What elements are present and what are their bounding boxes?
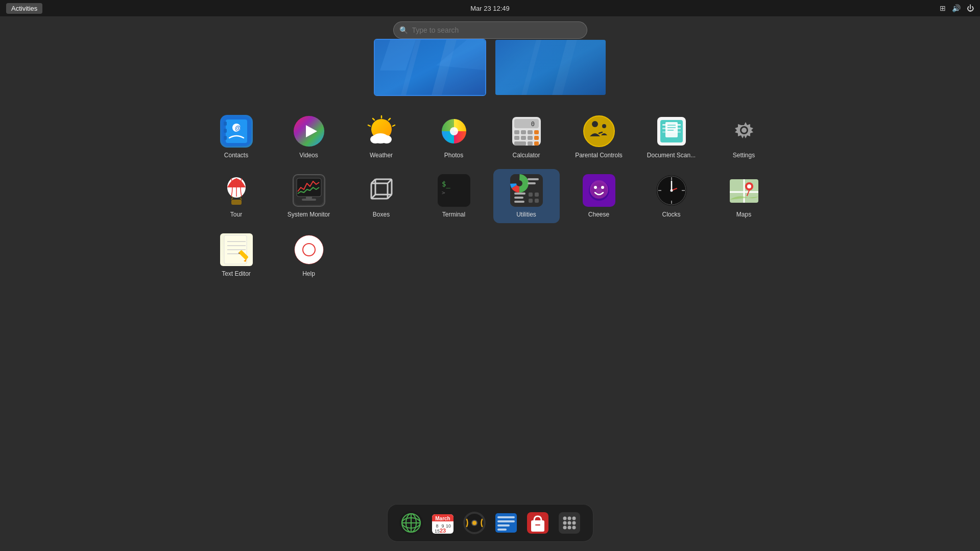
svg-point-95 (601, 186, 604, 189)
svg-point-28 (450, 127, 458, 135)
activities-button[interactable]: Activities (6, 3, 42, 14)
help-icon (293, 233, 325, 266)
svg-rect-145 (497, 520, 515, 522)
top-bar-right-icons: ⊞ 🔊 ⏻ (940, 4, 974, 12)
workspace-1[interactable] (374, 39, 486, 96)
search-input[interactable] (393, 21, 587, 39)
app-cheese[interactable]: Cheese (566, 169, 632, 223)
photos-icon (438, 115, 470, 148)
dock-calendar[interactable]: March 8 9 10 15 23 (429, 510, 456, 536)
app-videos[interactable]: Videos (276, 110, 342, 164)
svg-point-154 (572, 517, 576, 520)
svg-rect-147 (497, 529, 507, 531)
power-icon[interactable]: ⏻ (967, 4, 974, 12)
svg-rect-84 (529, 193, 533, 197)
svg-rect-41 (528, 141, 533, 146)
svg-rect-6 (495, 40, 606, 95)
svg-rect-35 (534, 130, 539, 134)
app-calculator[interactable]: 0 Calculator (493, 110, 560, 164)
search-bar: 🔍 (393, 21, 587, 39)
svg-point-45 (602, 124, 606, 128)
svg-rect-32 (514, 130, 519, 134)
svg-marker-5 (436, 40, 485, 70)
terminal-icon: $_ > (438, 174, 470, 207)
app-boxes[interactable]: Boxes (348, 169, 415, 223)
maps-label: Maps (736, 211, 751, 218)
svg-point-158 (563, 526, 566, 530)
app-photos[interactable]: Photos (421, 110, 487, 164)
parental-controls-label: Parental Controls (575, 152, 623, 159)
app-tour[interactable]: Tour (203, 169, 270, 223)
svg-point-109 (747, 184, 751, 188)
settings-icon (728, 115, 760, 148)
boxes-icon (365, 174, 398, 207)
svg-rect-85 (535, 193, 539, 197)
svg-line-25 (368, 125, 370, 126)
svg-point-152 (563, 517, 566, 520)
dock-software[interactable] (524, 510, 551, 536)
svg-point-160 (572, 526, 576, 530)
dock: March 8 9 10 15 23 (387, 504, 593, 542)
app-contacts[interactable]: @ Contacts (203, 110, 270, 164)
svg-rect-83 (514, 201, 524, 203)
svg-rect-150 (535, 524, 540, 525)
svg-rect-146 (497, 524, 510, 526)
app-document-scanner[interactable]: Document Scan... (638, 110, 705, 164)
app-clocks[interactable]: Clocks (638, 169, 705, 223)
workspace-1-bg (375, 40, 485, 95)
svg-point-155 (563, 521, 566, 525)
svg-point-159 (567, 526, 571, 530)
utilities-icon (510, 174, 543, 207)
document-scanner-icon (655, 115, 688, 148)
document-scanner-label: Document Scan... (647, 152, 696, 159)
svg-line-26 (389, 118, 390, 120)
cheese-icon (583, 174, 615, 207)
svg-rect-33 (521, 130, 526, 134)
svg-text:10: 10 (445, 523, 450, 529)
svg-rect-52 (665, 122, 678, 137)
photos-label: Photos (444, 152, 463, 159)
app-weather[interactable]: Weather (348, 110, 415, 164)
svg-rect-81 (514, 193, 525, 195)
app-utilities[interactable]: Utilities (493, 169, 560, 223)
network-icon[interactable]: ⊞ (940, 4, 946, 12)
dock-editor[interactable] (493, 510, 519, 536)
dock-gnome-logo[interactable] (398, 510, 424, 536)
tour-label: Tour (230, 211, 242, 218)
svg-marker-2 (400, 40, 457, 95)
svg-text:15: 15 (434, 529, 439, 534)
app-help[interactable]: Help (276, 228, 342, 282)
svg-rect-82 (514, 197, 523, 199)
workspace-2[interactable] (494, 39, 607, 96)
calculator-icon: 0 (510, 115, 543, 148)
search-icon: 🔍 (399, 26, 408, 34)
app-system-monitor[interactable]: System Monitor (276, 169, 342, 223)
terminal-label: Terminal (442, 211, 465, 218)
svg-point-157 (572, 521, 576, 525)
dock-app-grid[interactable] (556, 510, 583, 536)
svg-text:0: 0 (531, 121, 534, 128)
videos-icon (293, 115, 325, 148)
volume-icon[interactable]: 🔊 (952, 4, 961, 12)
top-bar: Activities Mar 23 12:49 ⊞ 🔊 ⏻ (0, 0, 980, 16)
svg-point-57 (742, 128, 747, 133)
svg-text:March: March (435, 516, 450, 521)
app-terminal[interactable]: $_ > Terminal (421, 169, 487, 223)
svg-rect-34 (528, 130, 533, 134)
weather-label: Weather (370, 152, 393, 159)
svg-line-60 (240, 197, 242, 200)
svg-point-43 (584, 116, 614, 147)
svg-marker-1 (375, 40, 421, 95)
svg-rect-40 (514, 141, 526, 146)
svg-rect-149 (531, 520, 544, 532)
app-maps[interactable]: Maps (711, 169, 777, 223)
svg-rect-86 (529, 199, 533, 203)
app-parental-controls[interactable]: Parental Controls (566, 110, 632, 164)
app-settings[interactable]: Settings (711, 110, 777, 164)
svg-rect-80 (528, 182, 536, 184)
dock-rhythmbox[interactable] (461, 510, 488, 536)
svg-rect-13 (224, 129, 227, 133)
app-text-editor[interactable]: Text Editor (203, 228, 270, 282)
svg-line-59 (231, 197, 233, 200)
contacts-label: Contacts (224, 152, 248, 159)
